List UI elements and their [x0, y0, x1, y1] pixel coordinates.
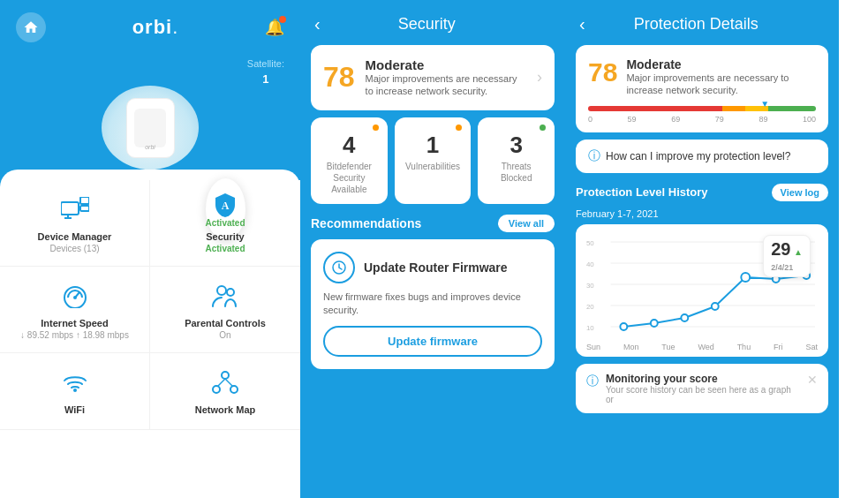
vulnerabilities-stat[interactable]: 1 Vulnerabilities [395, 117, 472, 204]
recommendation-card: Update Router Firmware New firmware fixe… [311, 239, 555, 370]
bitdefender-stat[interactable]: 4 Bitdefender Security Available [311, 117, 388, 204]
network-map-item[interactable]: Network Map [150, 353, 300, 430]
notification-dot [279, 16, 286, 23]
router-visual [102, 86, 199, 170]
svg-text:40: 40 [586, 260, 594, 268]
svg-text:50: 50 [586, 239, 594, 247]
home-bottom: Device Manager Devices (13) A Activated … [0, 170, 300, 498]
svg-point-30 [681, 314, 688, 321]
bar-label-89: 89 [759, 115, 767, 124]
device-manager-title: Device Manager [38, 231, 112, 242]
security-stats: 4 Bitdefender Security Available 1 Vulne… [311, 117, 555, 204]
chart-card: 29 ▲ 2/4/21 50 40 30 20 10 [576, 224, 828, 357]
vulnerabilities-count: 1 [402, 132, 464, 159]
recommendations-header: Recommendations View all [300, 211, 565, 239]
security-description: Major improvements are necessary to incr… [366, 72, 525, 98]
satellite-count: 1 [247, 72, 284, 86]
history-header: Protection Level History View log [565, 180, 839, 208]
bar-label-59: 59 [628, 115, 637, 124]
svg-point-13 [213, 386, 220, 393]
svg-point-9 [217, 286, 226, 295]
svg-rect-0 [61, 202, 79, 215]
security-score-card[interactable]: 78 Moderate Major improvements are neces… [311, 45, 555, 110]
svg-line-15 [218, 379, 225, 386]
svg-point-29 [651, 320, 658, 327]
update-firmware-button[interactable]: Update firmware [323, 326, 542, 357]
svg-point-28 [620, 323, 627, 330]
svg-text:10: 10 [586, 324, 594, 332]
chart-label-sat: Sat [805, 343, 818, 351]
svg-rect-2 [80, 206, 89, 211]
panel-protection: ‹ Protection Details 78 Moderate Major i… [565, 0, 839, 498]
vulnerabilities-label: Vulnerabilities [402, 161, 464, 172]
protection-back-button[interactable]: ‹ [579, 14, 585, 34]
parental-icon-area [208, 279, 242, 313]
home-button[interactable] [16, 12, 46, 42]
security-level: Moderate [366, 57, 525, 72]
info-circle-icon: ⓘ [588, 148, 600, 164]
prot-description: Major improvements are necessary to incr… [626, 72, 816, 97]
parental-controls-item[interactable]: Parental Controls On [150, 267, 300, 353]
monitoring-close-button[interactable]: ✕ [807, 373, 818, 387]
home-header: orbi. 🔔 [0, 0, 300, 49]
chart-label-tue: Tue [661, 343, 675, 351]
threats-label: Threats Blocked [485, 161, 547, 184]
svg-point-8 [73, 296, 77, 299]
svg-rect-1 [80, 197, 89, 204]
chart-label-mon: Mon [623, 343, 639, 351]
history-title: Protection Level History [576, 185, 708, 199]
satellite-label: Satellite: [247, 58, 284, 69]
score-bar [588, 106, 816, 111]
view-all-button[interactable]: View all [498, 215, 555, 232]
svg-point-11 [73, 389, 77, 392]
monitoring-title: Monitoring your score [606, 373, 800, 385]
bar-indicator: ▼ [760, 99, 769, 109]
router-device-inner [134, 109, 166, 147]
score-bar-container: ▼ 0 59 69 79 89 100 [588, 106, 816, 124]
chart-label-wed: Wed [698, 343, 713, 351]
svg-point-10 [227, 289, 234, 296]
network-title: Network Map [195, 404, 255, 415]
svg-point-12 [222, 372, 229, 379]
bar-label-79: 79 [715, 115, 724, 124]
bar-labels: 0 59 69 79 89 100 [588, 115, 816, 124]
internet-speed-item[interactable]: Internet Speed ↓ 89.52 mbps ↑ 18.98 mbps [0, 267, 150, 353]
tooltip-arrow: ▲ [794, 247, 803, 257]
panel-security: ‹ Security 78 Moderate Major improvement… [300, 0, 565, 498]
prot-score-number: 78 [588, 57, 617, 87]
recommendations-title: Recommendations [311, 216, 421, 230]
network-icon-area [208, 366, 242, 399]
security-sub: Activated [205, 244, 245, 253]
threats-count: 3 [485, 132, 547, 159]
device-manager-sub: Devices (13) [49, 244, 99, 253]
security-back-button[interactable]: ‹ [314, 14, 321, 34]
how-improve-text: How can I improve my protection level? [606, 150, 790, 162]
security-icon-area: A Activated [208, 192, 242, 226]
chevron-right-icon: › [537, 68, 542, 87]
security-item[interactable]: A Activated Security Activated [150, 180, 300, 267]
security-title: Security [206, 231, 244, 242]
protection-header-title: Protection Details [593, 15, 800, 34]
parental-title: Parental Controls [185, 318, 266, 328]
security-header: ‹ Security [300, 0, 565, 45]
wifi-item[interactable]: WiFi [0, 353, 150, 430]
security-activated-text: Activated [206, 218, 245, 228]
threats-stat[interactable]: 3 Threats Blocked [478, 117, 555, 204]
monitoring-description: Your score history can be seen here as a… [606, 385, 800, 404]
device-manager-item[interactable]: Device Manager Devices (13) [0, 180, 150, 267]
notification-bell[interactable]: 🔔 [265, 18, 284, 37]
tooltip-date: 2/4/21 [771, 263, 793, 272]
history-period: February 1-7, 2021 [565, 208, 839, 224]
svg-point-31 [712, 303, 719, 310]
prot-level: Moderate [626, 57, 816, 72]
how-improve-card[interactable]: ⓘ How can I improve my protection level? [576, 140, 828, 173]
prot-score-info: Moderate Major improvements are necessar… [626, 57, 816, 97]
chart-label-fri: Fri [774, 343, 783, 351]
update-firmware-icon [323, 252, 355, 283]
score-info: Moderate Major improvements are necessar… [366, 57, 525, 98]
view-log-button[interactable]: View log [772, 184, 828, 201]
orbi-logo: orbi. [132, 16, 179, 39]
svg-text:A: A [222, 200, 230, 212]
parental-sub: On [219, 330, 230, 340]
rec-row: Update Router Firmware [323, 252, 542, 283]
